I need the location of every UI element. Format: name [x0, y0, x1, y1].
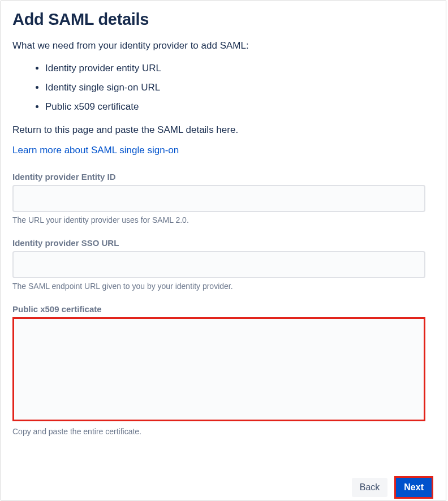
list-item: Public x509 certificate: [45, 100, 434, 114]
entity-id-label: Identity provider Entity ID: [12, 172, 434, 182]
page-title: Add SAML details: [12, 10, 434, 29]
sso-url-help: The SAML endpoint URL given to you by yo…: [12, 282, 434, 291]
sso-url-label: Identity provider SSO URL: [12, 238, 434, 248]
certificate-help: Copy and paste the entire certificate.: [12, 427, 434, 436]
intro-text: What we need from your identity provider…: [12, 40, 434, 51]
saml-details-panel: Add SAML details What we need from your …: [1, 1, 446, 500]
entity-id-field-group: Identity provider Entity ID The URL your…: [12, 172, 434, 224]
next-button-highlight: Next: [394, 476, 433, 499]
learn-more-link[interactable]: Learn more about SAML single sign-on: [12, 145, 179, 156]
button-row: Back Next: [352, 476, 433, 499]
requirements-list: Identity provider entity URL Identity si…: [12, 62, 434, 113]
certificate-textarea[interactable]: [12, 317, 425, 421]
certificate-label: Public x509 certificate: [12, 304, 434, 314]
next-button[interactable]: Next: [396, 478, 432, 497]
list-item: Identity provider entity URL: [45, 62, 434, 75]
return-instruction: Return to this page and paste the SAML d…: [12, 124, 434, 136]
sso-url-field-group: Identity provider SSO URL The SAML endpo…: [12, 238, 434, 291]
certificate-field-group: Public x509 certificate Copy and paste t…: [12, 304, 434, 436]
entity-id-help: The URL your identity provider uses for …: [12, 215, 434, 224]
entity-id-input[interactable]: [12, 185, 425, 212]
sso-url-input[interactable]: [12, 251, 425, 278]
list-item: Identity single sign-on URL: [45, 81, 434, 94]
back-button[interactable]: Back: [352, 478, 388, 497]
